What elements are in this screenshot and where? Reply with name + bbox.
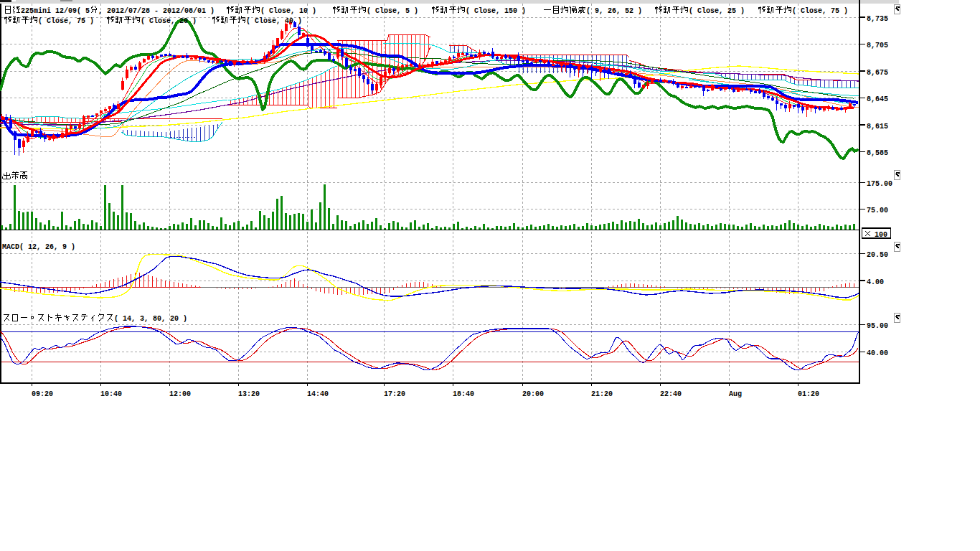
svg-text:22:40: 22:40 [660, 390, 682, 398]
svg-text:100: 100 [875, 230, 887, 239]
svg-text:10:40: 10:40 [100, 390, 122, 398]
svg-text:( Close, 5 ): ( Close, 5 ) [367, 6, 418, 15]
svg-text:18:40: 18:40 [453, 390, 474, 398]
svg-text:12:00: 12:00 [169, 390, 191, 398]
svg-text:MACD( 12, 26, 9 ): MACD( 12, 26, 9 ) [2, 242, 75, 251]
svg-text:95.00: 95.00 [867, 321, 888, 330]
svg-text:, 2012/07/28 - 2012/08/01 ): , 2012/07/28 - 2012/08/01 ) [98, 6, 215, 15]
svg-text:17:20: 17:20 [384, 390, 405, 398]
svg-text:( 9, 26, 52 ): ( 9, 26, 52 ) [586, 6, 642, 15]
svg-text:09:20: 09:20 [32, 390, 53, 398]
svg-text:8,615: 8,615 [867, 121, 888, 131]
svg-text:40.00: 40.00 [867, 348, 888, 357]
svg-text:( Close, 25 ): ( Close, 25 ) [689, 6, 745, 15]
svg-text:( Close, 20 ): ( Close, 20 ) [141, 17, 197, 25]
svg-text:13:20: 13:20 [238, 390, 260, 398]
svg-text:( 14, 3, 80, 20 ): ( 14, 3, 80, 20 ) [114, 314, 187, 323]
svg-text:( Close, 150 ): ( Close, 150 ) [466, 6, 526, 15]
svg-text:8,645: 8,645 [867, 94, 888, 103]
svg-text:( Close, 75 ): ( Close, 75 ) [792, 6, 848, 15]
svg-text:21:20: 21:20 [591, 390, 613, 398]
svg-text:4.00: 4.00 [867, 277, 884, 286]
svg-text:( Close, 75 ): ( Close, 75 ) [38, 17, 94, 25]
svg-text:01:20: 01:20 [798, 390, 819, 398]
svg-text:( Close, 10 ): ( Close, 10 ) [260, 6, 316, 15]
svg-text:8,705: 8,705 [867, 40, 888, 50]
svg-text:8,675: 8,675 [867, 67, 888, 77]
svg-text:14:40: 14:40 [307, 390, 329, 398]
svg-text:175.00: 175.00 [867, 179, 892, 188]
svg-text:Aug: Aug [729, 390, 742, 398]
svg-text:225mini 12/09( 5: 225mini 12/09( 5 [21, 6, 90, 15]
svg-text:8,585: 8,585 [867, 148, 888, 157]
svg-text:20.50: 20.50 [867, 250, 888, 259]
svg-text:( Close, 40 ): ( Close, 40 ) [246, 17, 302, 25]
svg-text:20:00: 20:00 [522, 390, 544, 398]
svg-text:75.00: 75.00 [867, 205, 888, 215]
svg-text:8,735: 8,735 [867, 14, 888, 23]
